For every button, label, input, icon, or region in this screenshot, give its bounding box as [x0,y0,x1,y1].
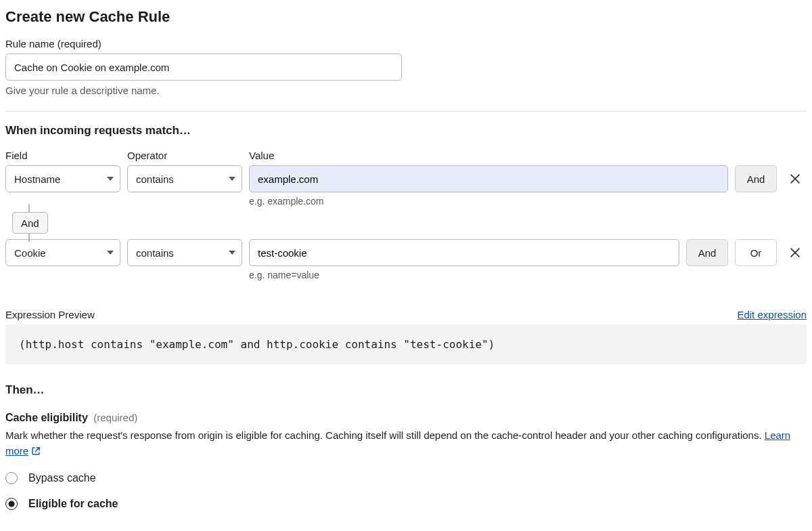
operator-select[interactable]: contains [127,165,242,192]
field-header: Field [5,150,120,161]
operator-select[interactable]: contains [127,239,242,266]
eligibility-desc-text: Mark whether the request's response from… [5,429,765,441]
operator-header: Operator [127,150,242,161]
connector-row: And [5,207,807,239]
match-column-headers: Field Operator Value [5,150,807,161]
external-link-icon [31,445,41,461]
value-column: e.g. example.com [249,165,728,207]
cache-eligibility-description: Mark whether the request's response from… [5,428,807,460]
remove-row-button[interactable] [784,165,807,192]
then-section-title: Then… [5,383,807,397]
field-select[interactable]: Cookie [5,239,120,266]
field-select-value: Cookie [14,247,46,259]
rule-name-hint: Give your rule a descriptive name. [5,85,807,96]
page-root: Create new Cache Rule Rule name (require… [0,0,812,531]
field-select[interactable]: Hostname [5,165,120,192]
required-indicator: (required) [93,412,137,423]
expression-preview-label: Expression Preview [5,309,95,320]
remove-row-button[interactable] [784,239,807,266]
rule-name-label: Rule name (required) [5,38,807,49]
cache-eligibility-title: Cache eligibility (required) [5,412,807,424]
operator-select-value: contains [136,173,174,185]
expression-preview-header: Expression Preview Edit expression [5,309,807,320]
radio-bypass-cache-row[interactable]: Bypass cache [5,472,807,484]
match-row: Cookie contains e.g. name=value And Or [5,239,807,280]
edit-expression-link[interactable]: Edit expression [737,309,807,320]
divider [5,111,807,112]
field-select-value: Hostname [14,173,60,185]
radio-eligible-for-cache[interactable] [5,498,18,510]
rule-name-input[interactable] [5,54,402,81]
expression-preview-box: (http.host contains "example.com" and ht… [5,324,807,364]
connector-line [28,204,30,212]
close-icon [790,173,800,184]
radio-eligible-for-cache-label[interactable]: Eligible for cache [28,498,118,510]
operator-select-value: contains [136,247,174,259]
cache-eligibility-title-text: Cache eligibility [5,412,88,423]
radio-bypass-cache-label[interactable]: Bypass cache [28,472,96,484]
connector-line [28,234,30,242]
close-icon [790,247,800,258]
or-button[interactable]: Or [735,239,777,266]
value-column: e.g. name=value [249,239,679,280]
value-hint: e.g. example.com [249,196,728,207]
connector-badge[interactable]: And [12,212,48,234]
match-row: Hostname contains e.g. example.com And [5,165,807,207]
value-input[interactable] [249,165,728,192]
radio-eligible-for-cache-row[interactable]: Eligible for cache [5,498,807,510]
page-title: Create new Cache Rule [5,8,807,26]
and-button[interactable]: And [686,239,728,266]
and-button[interactable]: And [735,165,777,192]
match-section-title: When incoming requests match… [5,124,807,137]
value-header: Value [249,150,807,161]
radio-bypass-cache[interactable] [5,472,18,484]
value-input[interactable] [249,239,679,266]
value-hint: e.g. name=value [249,270,679,280]
